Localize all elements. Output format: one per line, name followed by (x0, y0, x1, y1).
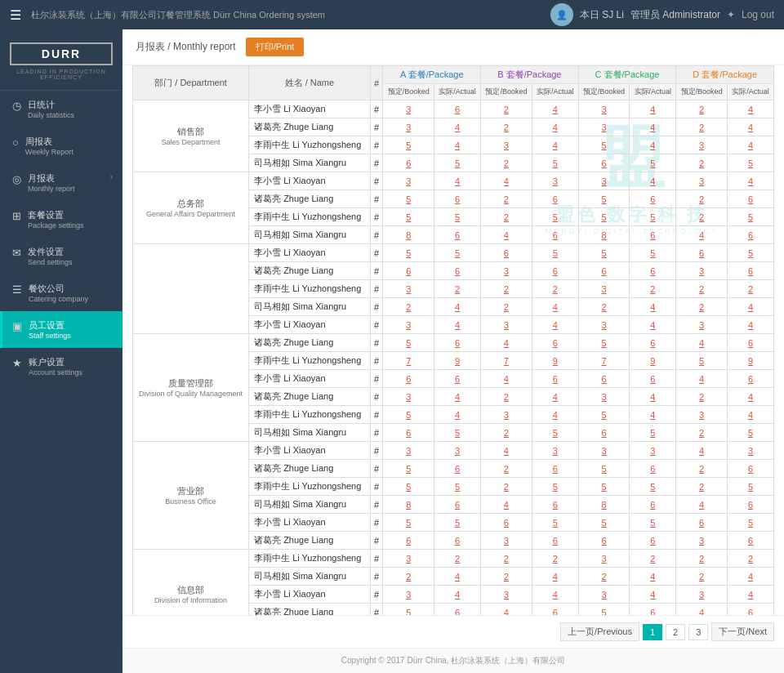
a_b-cell[interactable]: 5 (383, 514, 434, 532)
b_b-cell[interactable]: 4 (481, 226, 532, 244)
a_a-cell[interactable]: 4 (434, 172, 481, 190)
a_a-cell[interactable]: 4 (434, 406, 481, 424)
c_a-cell[interactable]: 9 (630, 352, 676, 370)
b_a-cell[interactable]: 6 (532, 460, 578, 478)
b_b-cell[interactable]: 2 (481, 280, 532, 298)
b_b-cell[interactable]: 3 (481, 136, 532, 154)
c_b-cell[interactable]: 3 (578, 442, 630, 460)
b_a-cell[interactable]: 6 (532, 496, 578, 514)
b_b-cell[interactable]: 7 (481, 352, 532, 370)
b_b-cell[interactable]: 2 (481, 568, 532, 586)
a_b-cell[interactable]: 6 (383, 532, 434, 550)
c_a-cell[interactable]: 5 (630, 478, 676, 496)
b_b-cell[interactable]: 3 (481, 316, 532, 334)
a_b-cell[interactable]: 5 (383, 136, 434, 154)
a_a-cell[interactable]: 4 (434, 568, 481, 586)
a_b-cell[interactable]: 5 (383, 604, 434, 616)
sidebar-item-daily[interactable]: ◷ 日统计 Daily statistics (0, 91, 122, 127)
d_a-cell[interactable]: 6 (727, 190, 773, 208)
sidebar-item-staff[interactable]: ▣ 员工设置 Staff settings (0, 311, 122, 348)
d_a-cell[interactable]: 2 (727, 280, 773, 298)
c_b-cell[interactable]: 2 (578, 298, 630, 316)
d_b-cell[interactable]: 3 (676, 316, 728, 334)
a_b-cell[interactable]: 5 (383, 460, 434, 478)
d_a-cell[interactable]: 6 (727, 532, 773, 550)
c_b-cell[interactable]: 5 (578, 190, 630, 208)
a_a-cell[interactable]: 5 (434, 154, 481, 172)
d_a-cell[interactable]: 4 (727, 388, 773, 406)
c_b-cell[interactable]: 5 (578, 478, 630, 496)
a_a-cell[interactable]: 6 (434, 262, 481, 280)
b_b-cell[interactable]: 3 (481, 262, 532, 280)
a_b-cell[interactable]: 3 (383, 118, 434, 136)
a_a-cell[interactable]: 6 (434, 460, 481, 478)
b_b-cell[interactable]: 4 (481, 334, 532, 352)
d_a-cell[interactable]: 6 (727, 226, 773, 244)
c_a-cell[interactable]: 5 (630, 208, 676, 226)
d_a-cell[interactable]: 4 (727, 118, 773, 136)
a_b-cell[interactable]: 5 (383, 406, 434, 424)
c_a-cell[interactable]: 6 (630, 496, 676, 514)
a_a-cell[interactable]: 5 (434, 424, 481, 442)
b_b-cell[interactable]: 6 (481, 514, 532, 532)
d_b-cell[interactable]: 2 (676, 298, 728, 316)
a_a-cell[interactable]: 4 (434, 298, 481, 316)
a_b-cell[interactable]: 5 (383, 478, 434, 496)
c_b-cell[interactable]: 8 (578, 226, 630, 244)
b_b-cell[interactable]: 2 (481, 100, 532, 118)
a_b-cell[interactable]: 2 (383, 568, 434, 586)
d_b-cell[interactable]: 3 (676, 586, 728, 604)
b_a-cell[interactable]: 6 (532, 334, 578, 352)
a_a-cell[interactable]: 6 (434, 100, 481, 118)
a_b-cell[interactable]: 6 (383, 262, 434, 280)
d_b-cell[interactable]: 2 (676, 460, 728, 478)
b_b-cell[interactable]: 2 (481, 208, 532, 226)
b_a-cell[interactable]: 4 (532, 100, 578, 118)
c_a-cell[interactable]: 5 (630, 424, 676, 442)
c_b-cell[interactable]: 6 (578, 370, 630, 388)
d_b-cell[interactable]: 4 (676, 442, 728, 460)
a_a-cell[interactable]: 6 (434, 496, 481, 514)
b_b-cell[interactable]: 3 (481, 532, 532, 550)
d_a-cell[interactable]: 4 (727, 136, 773, 154)
d_b-cell[interactable]: 2 (676, 280, 728, 298)
prev-page-button[interactable]: 上一页/Previous (560, 622, 639, 641)
c_a-cell[interactable]: 6 (630, 262, 676, 280)
d_a-cell[interactable]: 4 (727, 172, 773, 190)
c_b-cell[interactable]: 5 (578, 208, 630, 226)
sidebar-item-monthly[interactable]: ◎ 月报表 Monthly report › (0, 164, 122, 201)
a_b-cell[interactable]: 3 (383, 550, 434, 568)
c_a-cell[interactable]: 5 (630, 514, 676, 532)
b_a-cell[interactable]: 2 (532, 280, 578, 298)
d_a-cell[interactable]: 6 (727, 370, 773, 388)
b_a-cell[interactable]: 4 (532, 586, 578, 604)
c_a-cell[interactable]: 6 (630, 190, 676, 208)
d_b-cell[interactable]: 5 (676, 352, 728, 370)
b_b-cell[interactable]: 2 (481, 424, 532, 442)
d_a-cell[interactable]: 4 (727, 586, 773, 604)
a_b-cell[interactable]: 3 (383, 388, 434, 406)
a_a-cell[interactable]: 4 (434, 136, 481, 154)
c_a-cell[interactable]: 6 (630, 226, 676, 244)
c_b-cell[interactable]: 3 (578, 100, 630, 118)
a_b-cell[interactable]: 3 (383, 442, 434, 460)
d_a-cell[interactable]: 4 (727, 298, 773, 316)
next-page-button[interactable]: 下一页/Next (711, 622, 774, 641)
b_a-cell[interactable]: 6 (532, 226, 578, 244)
c_a-cell[interactable]: 5 (630, 154, 676, 172)
a_a-cell[interactable]: 3 (434, 442, 481, 460)
b_a-cell[interactable]: 6 (532, 604, 578, 616)
c_a-cell[interactable]: 4 (630, 388, 676, 406)
d_a-cell[interactable]: 6 (727, 496, 773, 514)
b_b-cell[interactable]: 2 (481, 388, 532, 406)
b_b-cell[interactable]: 2 (481, 478, 532, 496)
d_a-cell[interactable]: 6 (727, 460, 773, 478)
d_a-cell[interactable]: 5 (727, 478, 773, 496)
b_b-cell[interactable]: 4 (481, 172, 532, 190)
b_b-cell[interactable]: 2 (481, 550, 532, 568)
d_b-cell[interactable]: 4 (676, 496, 728, 514)
d_a-cell[interactable]: 4 (727, 100, 773, 118)
b_a-cell[interactable]: 4 (532, 136, 578, 154)
b_b-cell[interactable]: 4 (481, 370, 532, 388)
page-1-button[interactable]: 1 (643, 624, 662, 640)
